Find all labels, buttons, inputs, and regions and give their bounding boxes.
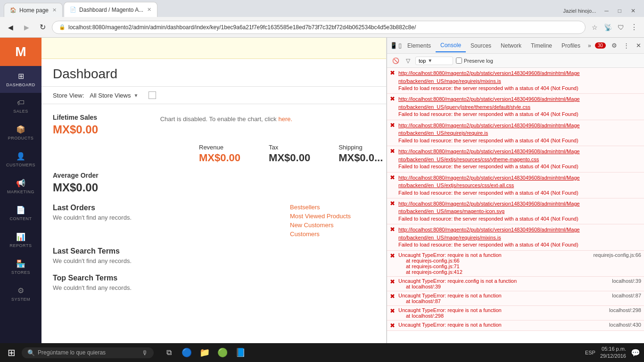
minimize-button[interactable]: ─ bbox=[600, 7, 613, 15]
reload-button[interactable]: ↻ bbox=[36, 21, 49, 34]
error-text-4: Failed to load resource: the server resp… bbox=[398, 163, 641, 170]
taskbar-word[interactable]: 📘 bbox=[232, 344, 249, 361]
error-source-12[interactable]: localhost/:430 bbox=[609, 322, 641, 328]
forward-button[interactable]: ▶ bbox=[20, 21, 33, 34]
sidebar-item-stores[interactable]: 🏪 STORES bbox=[0, 254, 41, 280]
devtools-settings-button[interactable]: ⚙ bbox=[609, 40, 620, 51]
sidebar-item-products[interactable]: 📦 PRODUCTS bbox=[0, 119, 41, 146]
most-viewed-products-link[interactable]: Most Viewed Products bbox=[290, 213, 375, 220]
sidebar-item-marketing[interactable]: 📢 MARKETING bbox=[0, 173, 41, 200]
error-source-11[interactable]: localhost/:298 bbox=[609, 307, 641, 313]
customers-link[interactable]: Customers bbox=[290, 230, 375, 238]
taskbar-chrome[interactable]: 🔵 bbox=[178, 344, 195, 361]
cast-icon[interactable]: 📡 bbox=[602, 21, 614, 33]
error-text-8: Uncaught TypeError: require is not a fun… bbox=[398, 252, 502, 258]
error-content-3: http://localhost:8080/magento2/pub/stati… bbox=[398, 122, 641, 144]
taskbar-spotify[interactable]: 🟢 bbox=[214, 344, 231, 361]
error-link-4[interactable]: http://localhost:8080/magento2/pub/stati… bbox=[398, 148, 641, 163]
average-order-block: Average Order MX$0.00 bbox=[53, 172, 375, 194]
error-row-9: Uncaught TypeError: require.config is no… bbox=[398, 278, 641, 284]
tab-close-icon[interactable]: ✕ bbox=[52, 7, 57, 13]
taskbar-search[interactable]: 🔍 Pregúntame lo que quieras 🎙 bbox=[22, 347, 154, 358]
tab-close-dashboard-icon[interactable]: ✕ bbox=[147, 7, 151, 13]
error-link-2[interactable]: http://localhost:8080/magento2/pub/stati… bbox=[398, 95, 641, 111]
error-row-12: Uncaught TypeError: require is not a fun… bbox=[398, 322, 641, 328]
browser-chrome: 🏠 Home page ✕ 📄 Dashboard / Magento A...… bbox=[0, 0, 644, 17]
new-customers-link[interactable]: New Customers bbox=[290, 222, 375, 229]
devtools-close-button[interactable]: ✕ bbox=[633, 40, 644, 51]
system-icon: ⚙ bbox=[17, 286, 24, 295]
tab-sources[interactable]: Sources bbox=[466, 40, 496, 52]
shield-icon[interactable]: 🛡 bbox=[615, 21, 627, 33]
devtools-more-button[interactable]: » bbox=[585, 40, 594, 52]
error-link-3[interactable]: http://localhost:8080/magento2/pub/stati… bbox=[398, 122, 641, 137]
menu-icon[interactable]: ⋮ bbox=[628, 21, 640, 33]
sidebar-item-reports[interactable]: 📊 REPORTS bbox=[0, 227, 41, 254]
error-icon-6: ✖ bbox=[390, 200, 396, 222]
preserve-log-label[interactable]: Preserve log bbox=[456, 58, 493, 64]
error-text-5: Failed to load resource: the server resp… bbox=[398, 189, 641, 197]
error-text-1: Failed to load resource: the server resp… bbox=[398, 85, 641, 92]
devtools-inspect-button[interactable]: 📱 bbox=[390, 40, 397, 52]
chart-link[interactable]: here. bbox=[279, 115, 293, 123]
last-search-empty: We couldn't find any records. bbox=[53, 257, 375, 264]
error-link-6[interactable]: http://localhost:8080/magento2/pub/stati… bbox=[398, 200, 641, 215]
sidebar-item-customers[interactable]: 👤 CUSTOMERS bbox=[0, 146, 41, 173]
sidebar-item-dashboard[interactable]: ⊞ DASHBOARD bbox=[0, 66, 41, 93]
console-error-9: ✖ Uncaught TypeError: require.config is … bbox=[387, 277, 644, 291]
bookmark-star-icon[interactable]: ☆ bbox=[588, 21, 601, 33]
error-content-11: Uncaught TypeError: require is not a fun… bbox=[398, 307, 641, 319]
address-bar[interactable]: 🔒 localhost:8080/magento2/admin/admin/da… bbox=[52, 21, 586, 34]
address-text[interactable]: localhost:8080/magento2/admin/admin/dash… bbox=[68, 24, 578, 31]
devtools-tabs-row: Elements Console Sources Network Timelin… bbox=[403, 39, 594, 52]
tab-elements[interactable]: Elements bbox=[403, 40, 436, 52]
error-content-9: Uncaught TypeError: require.config is no… bbox=[398, 278, 641, 289]
console-filter-button[interactable]: ▽ bbox=[403, 56, 413, 66]
tab-console[interactable]: Console bbox=[436, 39, 466, 52]
sidebar-item-system[interactable]: ⚙ SYSTEM bbox=[0, 280, 41, 307]
error-sub-11a: at localhost/:298 bbox=[398, 313, 641, 319]
filter-dropdown-icon: ▼ bbox=[428, 58, 432, 63]
back-button[interactable]: ◀ bbox=[4, 21, 17, 34]
console-filter-input[interactable]: top ▼ bbox=[415, 57, 453, 65]
store-view-select[interactable]: All Store Views ▼ bbox=[90, 92, 138, 99]
maximize-button[interactable]: □ bbox=[613, 7, 626, 15]
error-source-10[interactable]: localhost/:87 bbox=[612, 293, 641, 298]
sidebar-item-sales[interactable]: 🏷 SALES bbox=[0, 93, 41, 119]
last-orders-row: Last Orders We couldn't find any records… bbox=[53, 204, 375, 238]
console-error-8: ✖ Uncaught TypeError: require is not a f… bbox=[387, 251, 644, 277]
sidebar-item-content[interactable]: 📄 CONTENT bbox=[0, 200, 41, 227]
taskbar-explorer[interactable]: 📁 bbox=[196, 344, 213, 361]
error-link-5[interactable]: http://localhost:8080/magento2/pub/stati… bbox=[398, 174, 641, 189]
devtools-pointer-button[interactable]: ▯ bbox=[398, 40, 402, 52]
filter-value: top bbox=[419, 58, 426, 64]
preserve-log-checkbox[interactable] bbox=[456, 58, 462, 64]
tab-network[interactable]: Network bbox=[496, 40, 526, 52]
tax-label: Tax bbox=[269, 144, 310, 151]
browser-action-icons: ☆ 📡 🛡 ⋮ bbox=[588, 21, 640, 33]
tab-dashboard[interactable]: 📄 Dashboard / Magento A... ✕ bbox=[64, 2, 157, 17]
error-source-9[interactable]: localhost/:39 bbox=[612, 278, 641, 284]
quick-links: Bestsellers Most Viewed Products New Cus… bbox=[290, 204, 375, 238]
error-link-1[interactable]: http://localhost:8080/magento2/pub/stati… bbox=[398, 69, 641, 85]
tab-timeline[interactable]: Timeline bbox=[526, 40, 557, 52]
taskbar-notification[interactable]: 💬 bbox=[631, 348, 640, 357]
console-clear-button[interactable]: 🚫 bbox=[391, 56, 400, 66]
content-icon: 📄 bbox=[16, 206, 25, 214]
lifetime-sales-label: Lifetime Sales bbox=[53, 114, 160, 121]
refresh-checkbox[interactable] bbox=[149, 91, 156, 99]
close-button[interactable]: ✕ bbox=[626, 7, 640, 15]
shipping-label: Shipping bbox=[339, 144, 383, 151]
taskbar-task-view[interactable]: ⧉ bbox=[160, 344, 177, 361]
start-button[interactable]: ⊞ bbox=[4, 345, 19, 360]
tab-homepage[interactable]: 🏠 Home page ✕ bbox=[4, 3, 63, 17]
microphone-icon[interactable]: 🎙 bbox=[142, 349, 148, 356]
devtools-more-options-button[interactable]: ⋮ bbox=[621, 40, 632, 51]
bestsellers-link[interactable]: Bestsellers bbox=[290, 204, 375, 211]
sidebar-label-reports: REPORTS bbox=[10, 243, 32, 248]
taskbar-time: 05:16 p.m. bbox=[600, 346, 626, 353]
tab-profiles[interactable]: Profiles bbox=[557, 40, 585, 52]
main-area: M ⊞ DASHBOARD 🏷 SALES 📦 PRODUCTS 👤 CUSTO… bbox=[0, 38, 644, 343]
error-link-7[interactable]: http://localhost:8080/magento2/pub/stati… bbox=[398, 226, 641, 241]
error-source-8[interactable]: requirejs-config.js:66 bbox=[594, 252, 642, 258]
